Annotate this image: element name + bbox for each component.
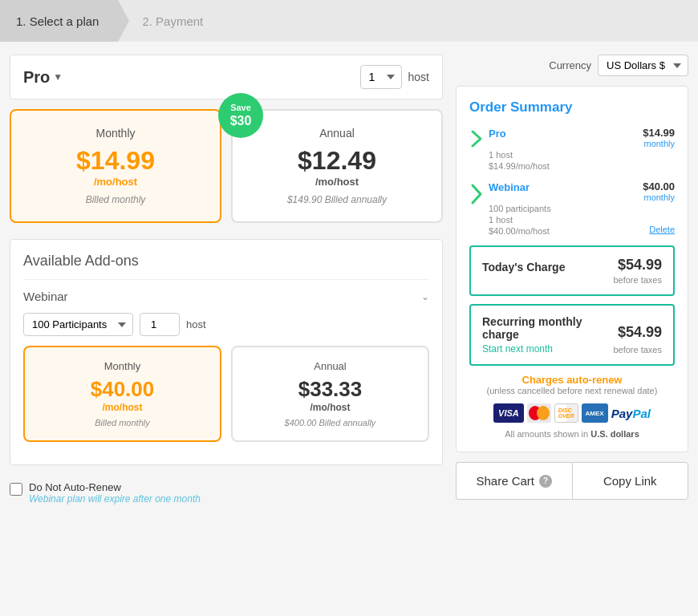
currency-row: Currency US Dollars $ Euro € GBP £ <box>456 55 688 76</box>
webinar-monthly-card[interactable]: Monthly $40.00 /mo/host Billed monthly <box>23 346 221 442</box>
todays-charge-note: before taxes <box>482 275 662 285</box>
webinar-addon-controls: 100 Participants 500 Participants 1000 P… <box>23 313 429 336</box>
webinar-item-price: $40.00 <box>643 180 675 192</box>
share-cart-button[interactable]: Share Cart ? <box>456 462 572 500</box>
annual-plan-card[interactable]: Annual $12.49 /mo/host $149.90 Billed an… <box>231 109 443 223</box>
step2-label: 2. Payment <box>142 14 203 28</box>
auto-renew-summary-title: Charges auto-renew <box>469 374 675 386</box>
webinar-arrow-icon <box>469 182 487 206</box>
auto-renew-checkbox[interactable] <box>10 483 22 496</box>
webinar-monthly-price: $40.00 <box>38 377 207 402</box>
order-summary: Order Summary Pro $14.99 <box>456 86 688 452</box>
auto-renew-label: Do Not Auto-Renew <box>29 481 201 493</box>
webinar-annual-card[interactable]: Annual $33.33 /mo/host $400.00 Billed an… <box>231 346 429 442</box>
recurring-charge-sublabel: Start next month <box>482 343 553 355</box>
main-content: Pro ▼ 1 2 5 10 host Save $30 Monthl <box>0 55 698 511</box>
recurring-charge-amount: $54.99 <box>618 324 662 341</box>
annual-plan-type: Annual <box>249 127 425 140</box>
copy-link-button[interactable]: Copy Link <box>572 462 689 500</box>
webinar-annual-per-host: /mo/host <box>246 402 415 413</box>
mastercard-icon <box>527 403 551 423</box>
addons-section: Available Add-ons Webinar ⌄ 100 Particip… <box>10 239 443 465</box>
pro-order-item-row: Pro $14.99 monthly 1 host $14.99/mo/host <box>469 127 675 171</box>
webinar-chevron-icon: ⌄ <box>421 291 429 302</box>
left-column: Pro ▼ 1 2 5 10 host Save $30 Monthl <box>10 55 443 511</box>
webinar-monthly-type: Monthly <box>38 360 207 372</box>
host-count-select[interactable]: 1 2 5 10 <box>360 65 402 89</box>
pro-arrow-icon <box>469 128 487 149</box>
right-column: Currency US Dollars $ Euro € GBP £ Order… <box>456 55 688 511</box>
plan-cards-container: Save $30 Monthly $14.99 /mo/host Billed … <box>10 109 443 223</box>
auto-renew-note: Webinar plan will expire after one month <box>29 493 201 505</box>
webinar-host-input[interactable] <box>140 313 180 336</box>
webinar-addon-name: Webinar <box>23 290 68 303</box>
annual-plan-price: $12.49 <box>249 146 425 176</box>
save-badge-line1: Save <box>230 103 251 113</box>
paypal-logo: PayPal <box>611 407 651 420</box>
webinar-order-item-row: Webinar $40.00 monthly 100 participants … <box>469 180 675 236</box>
step1-label: 1. Select a plan <box>16 14 99 28</box>
save-badge: Save $30 <box>218 93 263 138</box>
annual-plan-billed-note: $149.90 Billed annually <box>249 194 425 205</box>
recurring-charge-note: before taxes <box>613 345 662 355</box>
breadcrumb: 1. Select a plan 2. Payment <box>0 0 698 42</box>
host-selector: 1 2 5 10 host <box>360 65 429 89</box>
auto-renew-row: Do Not Auto-Renew Webinar plan will expi… <box>10 475 443 511</box>
pro-item-detail2: $14.99/mo/host <box>489 161 675 171</box>
webinar-item-detail1: 100 participants <box>489 204 675 213</box>
participants-select[interactable]: 100 Participants 500 Participants 1000 P… <box>23 313 133 336</box>
annual-plan-per-host: /mo/host <box>249 176 425 188</box>
share-help-icon: ? <box>539 475 552 488</box>
monthly-plan-type: Monthly <box>27 127 204 140</box>
pro-item-price: $14.99 <box>643 127 675 139</box>
todays-charge-amount: $54.99 <box>618 257 662 274</box>
webinar-addon: Webinar ⌄ 100 Participants 500 Participa… <box>23 279 429 442</box>
monthly-plan-billed-note: Billed monthly <box>27 194 204 205</box>
auto-renew-summary: Charges auto-renew (unless cancelled bef… <box>469 374 675 395</box>
todays-charge-label: Today's Charge <box>482 261 565 274</box>
currency-select[interactable]: US Dollars $ Euro € GBP £ <box>598 55 688 76</box>
plan-name-dropdown[interactable]: Pro ▼ <box>23 68 63 87</box>
pro-item-name: Pro <box>489 128 506 140</box>
webinar-host-label: host <box>186 318 206 330</box>
webinar-monthly-per-host: /mo/host <box>38 402 207 413</box>
plan-header: Pro ▼ 1 2 5 10 host <box>10 55 443 99</box>
payment-icons: VISA DISCOVER AMEX PayPal <box>469 403 675 423</box>
host-label: host <box>408 71 429 83</box>
webinar-delete-link[interactable]: Delete <box>649 225 675 234</box>
usd-note: All amounts shown in U.S. dollars <box>469 429 675 439</box>
visa-icon: VISA <box>493 403 524 423</box>
plan-dropdown-arrow: ▼ <box>53 71 63 83</box>
auto-renew-summary-subtitle: (unless cancelled before next renewal da… <box>469 386 675 395</box>
webinar-monthly-billed: Billed monthly <box>38 418 207 428</box>
pro-item-freq: monthly <box>643 139 675 148</box>
currency-label: Currency <box>549 59 591 71</box>
recurring-charge-label: Recurring monthly charge <box>482 315 618 341</box>
recurring-charge-box: Recurring monthly charge $54.99 Start ne… <box>469 304 675 366</box>
breadcrumb-step-1[interactable]: 1. Select a plan <box>0 0 118 42</box>
webinar-item-detail3: $40.00/mo/host <box>489 226 550 236</box>
order-items-list: Pro $14.99 monthly 1 host $14.99/mo/host <box>469 127 675 236</box>
webinar-item-name: Webinar <box>489 181 530 193</box>
webinar-item-freq: monthly <box>643 192 675 202</box>
amex-icon: AMEX <box>582 403 608 423</box>
webinar-annual-type: Annual <box>246 360 415 372</box>
addons-title: Available Add-ons <box>23 253 429 270</box>
monthly-plan-card[interactable]: Monthly $14.99 /mo/host Billed monthly <box>10 109 221 223</box>
discover-icon: DISCOVER <box>554 403 578 423</box>
monthly-plan-price: $14.99 <box>27 146 204 176</box>
save-badge-amount: $30 <box>230 113 252 128</box>
breadcrumb-step-2[interactable]: 2. Payment <box>118 0 222 42</box>
pro-item-detail1: 1 host <box>489 150 675 160</box>
webinar-annual-billed: $400.00 Billed annually <box>246 418 415 428</box>
webinar-annual-price: $33.33 <box>246 377 415 402</box>
webinar-plan-cards: Monthly $40.00 /mo/host Billed monthly A… <box>23 346 429 442</box>
order-summary-title: Order Summary <box>469 99 675 116</box>
webinar-item-detail2: 1 host <box>489 215 675 225</box>
todays-charge-box: Today's Charge $54.99 before taxes <box>469 245 675 296</box>
monthly-plan-per-host: /mo/host <box>27 176 204 188</box>
bottom-buttons: Share Cart ? Copy Link <box>456 462 688 500</box>
webinar-addon-header[interactable]: Webinar ⌄ <box>23 290 429 303</box>
